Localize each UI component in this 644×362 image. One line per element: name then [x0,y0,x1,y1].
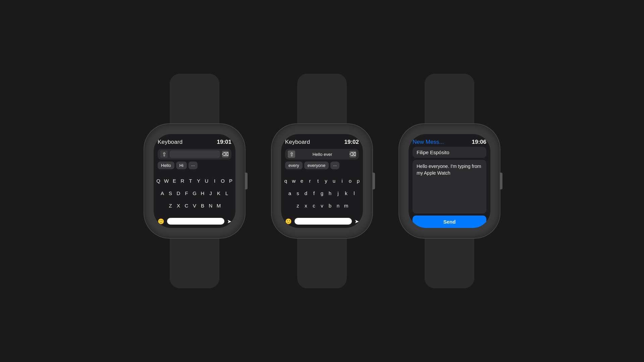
screen-content-1: Keyboard 19:01 ⇧ ⌫ Hello Hi ··· [154,134,235,228]
key-t[interactable]: T [188,178,193,184]
key-lc-n[interactable]: n [335,203,341,208]
screen-content-2: Keyboard 19:02 ⇧ Hello ever ⌫ every ever… [281,134,363,228]
watch-3: New Mess... 19:06 Filipe Espósito Hello … [399,74,500,288]
key-o[interactable]: O [220,178,225,184]
key-m[interactable]: M [216,203,221,208]
watch-body-1: Keyboard 19:01 ⇧ ⌫ Hello Hi ··· [144,124,245,238]
suggestion-more-2[interactable]: ··· [330,162,339,169]
space-bar-2[interactable] [294,218,352,225]
key-lc-s[interactable]: s [295,190,301,196]
key-a[interactable]: A [160,190,165,196]
key-lc-t[interactable]: t [315,178,321,184]
key-f[interactable]: F [184,190,189,196]
input-bar-1[interactable]: ⇧ ⌫ [158,149,231,160]
bottom-bar-1: 🙂 ➤ [158,218,231,225]
key-lc-l[interactable]: l [352,190,357,196]
screen-header-3: New Mess... 19:06 [413,139,486,145]
key-z[interactable]: Z [168,203,173,208]
suggestion-hello[interactable]: Hello [158,162,174,169]
shift-key-2[interactable]: ⇧ [288,150,295,158]
key-x[interactable]: X [176,203,181,208]
screen-title-2: Keyboard [285,139,310,145]
key-lc-e[interactable]: e [299,178,305,184]
watch-screen-1: Keyboard 19:01 ⇧ ⌫ Hello Hi ··· [154,134,235,228]
key-p[interactable]: P [228,178,233,184]
key-lc-q[interactable]: q [283,178,288,184]
screen-header-2: Keyboard 19:02 [285,139,359,145]
key-lc-v[interactable]: v [319,203,325,208]
key-lc-m[interactable]: m [343,203,349,208]
key-lc-x[interactable]: x [303,203,309,208]
suggestions-1: Hello Hi ··· [158,162,231,169]
key-lc-h[interactable]: h [327,190,333,196]
key-i[interactable]: I [212,178,217,184]
key-lc-o[interactable]: o [347,178,353,184]
emoji-icon-1[interactable]: 🙂 [158,218,164,225]
key-q[interactable]: Q [156,178,161,184]
key-u[interactable]: U [204,178,209,184]
space-bar-1[interactable] [167,218,224,225]
key-g[interactable]: G [192,190,197,196]
screen-time-3: 19:06 [472,139,486,145]
send-button[interactable]: Send [413,216,486,228]
keyboard-row-2-2: a s d f g h j k l [285,190,359,196]
keyboard-row-1-2: A S D F G H J K L [158,190,231,196]
key-r[interactable]: R [180,178,185,184]
key-k[interactable]: K [216,190,221,196]
send-icon-2[interactable]: ➤ [355,218,359,225]
contact-name: Filipe Espósito [413,147,486,158]
input-bar-2[interactable]: ⇧ Hello ever ⌫ [285,149,359,160]
suggestion-more-1[interactable]: ··· [189,162,198,169]
watch-band-bottom-1 [170,235,219,288]
key-lc-j[interactable]: j [335,190,341,196]
watch-band-top-3 [425,74,474,127]
suggestion-hi[interactable]: Hi [176,162,187,169]
key-lc-w[interactable]: w [291,178,297,184]
suggestion-everyone[interactable]: everyone [304,162,329,169]
key-w[interactable]: W [164,178,169,184]
key-y[interactable]: Y [196,178,201,184]
key-lc-r[interactable]: r [307,178,313,184]
key-lc-p[interactable]: p [356,178,361,184]
key-lc-f[interactable]: f [311,190,317,196]
emoji-icon-2[interactable]: 🙂 [285,218,292,225]
screen-title-3: New Mess... [413,139,444,145]
key-j[interactable]: J [208,190,213,196]
suggestions-2: every everyone ··· [285,162,359,169]
key-lc-u[interactable]: u [331,178,337,184]
delete-key-1[interactable]: ⌫ [222,151,229,158]
delete-key-2[interactable]: ⌫ [350,151,356,158]
watch-screen-2: Keyboard 19:02 ⇧ Hello ever ⌫ every ever… [281,134,363,228]
key-lc-c[interactable]: c [311,203,317,208]
message-text: Hello everyone. I'm typing from my Apple… [413,160,486,214]
key-l[interactable]: L [224,190,229,196]
key-lc-g[interactable]: g [319,190,325,196]
keyboard-area-2: q w e r t y u i o p a s d [285,171,359,215]
watch-band-bottom-3 [425,235,474,288]
key-lc-z[interactable]: z [295,203,301,208]
suggestion-every[interactable]: every [285,162,303,169]
key-lc-b[interactable]: b [327,203,333,208]
input-text-2: Hello ever [313,152,332,157]
input-field-1[interactable] [170,150,220,158]
key-lc-i[interactable]: i [339,178,345,184]
key-v[interactable]: V [192,203,197,208]
key-n[interactable]: N [208,203,213,208]
keyboard-row-1-3: Z X C V B N M [158,203,231,208]
key-s[interactable]: S [168,190,173,196]
key-h[interactable]: H [200,190,205,196]
key-lc-y[interactable]: y [323,178,329,184]
input-field-2[interactable]: Hello ever [297,150,347,158]
send-icon-1[interactable]: ➤ [227,218,231,225]
key-d[interactable]: D [176,190,181,196]
key-c[interactable]: C [184,203,189,208]
shift-key-1[interactable]: ⇧ [160,150,168,158]
key-b[interactable]: B [200,203,205,208]
watch-2: Keyboard 19:02 ⇧ Hello ever ⌫ every ever… [272,74,372,288]
watch-band-bottom-2 [297,235,347,288]
key-lc-d[interactable]: d [303,190,309,196]
key-lc-a[interactable]: a [287,190,292,196]
key-lc-k[interactable]: k [343,190,349,196]
watch-1: Keyboard 19:01 ⇧ ⌫ Hello Hi ··· [144,74,245,288]
key-e[interactable]: E [172,178,177,184]
